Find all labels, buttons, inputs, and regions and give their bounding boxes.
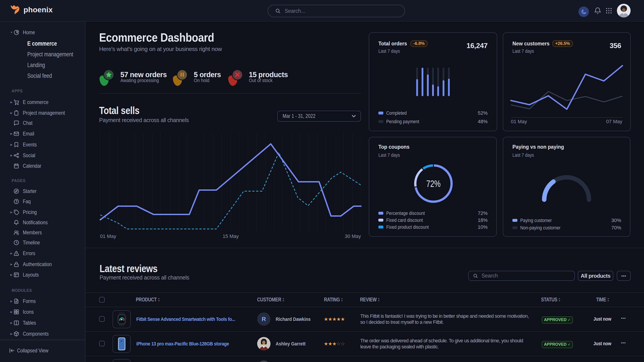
svg-text:07 May: 07 May — [606, 119, 622, 124]
svg-text:72%: 72% — [426, 178, 440, 189]
svg-text:15 May: 15 May — [223, 233, 239, 239]
svg-text:01 May: 01 May — [100, 233, 116, 239]
svg-text:30 May: 30 May — [345, 233, 361, 239]
svg-text:01 May: 01 May — [511, 119, 527, 124]
